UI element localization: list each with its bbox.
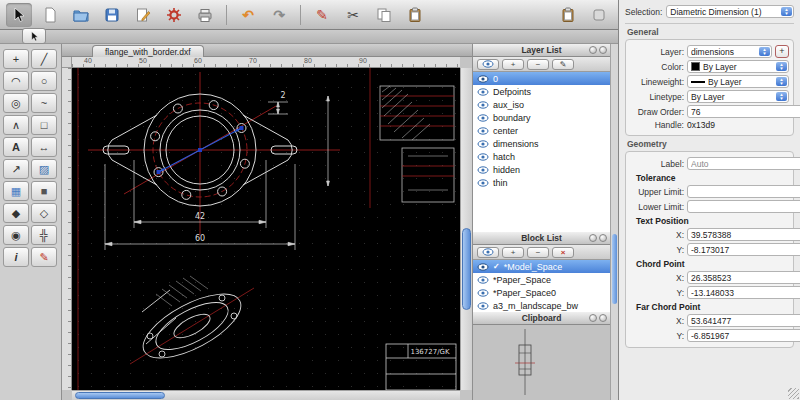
current-pointer-tool-button[interactable] [22, 28, 46, 44]
toggle-block-visibility-button[interactable] [477, 247, 499, 258]
layer-row[interactable]: dimensions [473, 137, 610, 150]
dimension-tool-button[interactable]: ↔ [31, 137, 57, 157]
block-tool-button[interactable]: ◆ [3, 203, 29, 223]
solid-fill-tool-button[interactable]: ■ [31, 181, 57, 201]
eye-icon[interactable] [477, 302, 489, 310]
text-position-x-field[interactable] [687, 228, 800, 241]
eye-icon[interactable] [477, 289, 489, 297]
color-dropdown[interactable]: By Layer ▲▼ [687, 60, 789, 73]
clipboard-tool-button[interactable] [555, 3, 581, 27]
panel-detach-button[interactable] [589, 46, 597, 54]
lineweight-dropdown[interactable]: By Layer ▲▼ [687, 75, 789, 88]
layer-row[interactable]: 0 [473, 72, 610, 85]
modify-tool-button[interactable]: ✎ [31, 247, 57, 267]
far-chord-point-y-field[interactable] [687, 329, 800, 342]
delete-block-button[interactable]: × [552, 247, 574, 258]
text-tool-button[interactable]: A [3, 137, 29, 157]
print-button[interactable] [192, 3, 218, 27]
draw-pen-button[interactable]: ✎ [309, 3, 335, 27]
panels-scrollbar[interactable] [610, 44, 618, 400]
panel-close-button[interactable] [599, 314, 607, 322]
image-tool-button[interactable]: ▦ [3, 181, 29, 201]
layer-row[interactable]: Defpoints [473, 85, 610, 98]
panel-detach-button[interactable] [589, 314, 597, 322]
redo-button[interactable]: ↷ [266, 3, 292, 27]
layer-row[interactable]: hatch [473, 150, 610, 163]
eye-icon[interactable] [477, 114, 489, 122]
line-tool-button[interactable]: ╱ [31, 49, 57, 69]
block-row[interactable]: ✓ *Model_Space [473, 260, 610, 273]
far-chord-point-x-field[interactable] [687, 314, 800, 327]
circle-tool-button[interactable]: ○ [31, 71, 57, 91]
layer-row[interactable]: aux_iso [473, 98, 610, 111]
edit-drawing-preferences-button[interactable] [130, 3, 156, 27]
undo-button[interactable]: ↶ [235, 3, 261, 27]
block-row[interactable]: *Paper_Space [473, 273, 610, 286]
remove-block-button[interactable]: − [527, 247, 549, 258]
block-row[interactable]: *Paper_Space0 [473, 286, 610, 299]
canvas-vertical-scrollbar[interactable] [460, 68, 472, 390]
copy-button[interactable] [371, 3, 397, 27]
eye-icon[interactable] [477, 153, 489, 161]
paste-button[interactable] [402, 3, 428, 27]
hatch-tool-button[interactable]: ▨ [31, 159, 57, 179]
text-position-y-field[interactable] [687, 243, 800, 256]
lower-limit-field[interactable] [687, 200, 800, 213]
layer-row[interactable]: center [473, 124, 610, 137]
label-field[interactable] [687, 157, 800, 170]
save-file-button[interactable] [99, 3, 125, 27]
upper-limit-field[interactable] [687, 185, 800, 198]
document-tab[interactable]: flange_with_border.dxf [92, 45, 204, 57]
info-tool-button[interactable]: i [3, 247, 29, 267]
block-row[interactable]: a3_m_landscape_bw [473, 299, 610, 312]
horizontal-scroll-thumb[interactable] [75, 392, 165, 399]
layer-dropdown[interactable]: dimensions ▲▼ [687, 45, 772, 58]
eye-icon[interactable] [477, 75, 489, 83]
panels-scroll-thumb[interactable] [612, 234, 617, 304]
application-preferences-button[interactable] [161, 3, 187, 27]
linetype-dropdown[interactable]: By Layer ▲▼ [687, 90, 789, 103]
leader-tool-button[interactable]: ↗ [3, 159, 29, 179]
pointer-tool-button[interactable] [6, 3, 32, 27]
add-layer-quick-button[interactable]: + [775, 45, 789, 58]
eye-icon[interactable] [477, 179, 489, 187]
box-3d-tool-button[interactable]: ◇ [31, 203, 57, 223]
spline-tool-button[interactable]: ~ [31, 93, 57, 113]
eye-icon[interactable] [477, 140, 489, 148]
chord-point-x-field[interactable] [687, 271, 800, 284]
eye-icon[interactable] [477, 263, 489, 271]
pan-tool-button[interactable]: ╬ [31, 225, 57, 245]
drawing-canvas[interactable]: 42 60 2 [72, 68, 460, 390]
eye-icon[interactable] [477, 276, 489, 284]
remove-layer-button[interactable]: − [527, 59, 549, 70]
overflow-tool-button[interactable] [586, 3, 612, 27]
panel-close-button[interactable] [599, 46, 607, 54]
zoom-tool-button[interactable]: ◉ [3, 225, 29, 245]
layer-row[interactable]: boundary [473, 111, 610, 124]
panel-close-button[interactable] [599, 234, 607, 242]
selection-dropdown[interactable]: Diametric Dimension (1) ▲▼ [666, 5, 794, 18]
rectangle-tool-button[interactable]: □ [31, 115, 57, 135]
toggle-layer-visibility-button[interactable] [477, 59, 499, 70]
edit-layer-button[interactable]: ✎ [552, 59, 574, 70]
vertical-scroll-thumb[interactable] [462, 228, 471, 310]
draw-order-field[interactable] [687, 105, 800, 118]
cut-button[interactable]: ✂ [340, 3, 366, 27]
polyline-tool-button[interactable]: ∧ [3, 115, 29, 135]
new-document-button[interactable] [37, 3, 63, 27]
arc-tool-button[interactable]: ◠ [3, 71, 29, 91]
point-tool-button[interactable]: + [3, 49, 29, 69]
layer-row[interactable]: thin [473, 176, 610, 189]
eye-icon[interactable] [477, 88, 489, 96]
resize-grip[interactable] [788, 388, 799, 399]
add-block-button[interactable]: + [502, 247, 524, 258]
ellipse-tool-button[interactable]: ◎ [3, 93, 29, 113]
eye-icon[interactable] [477, 166, 489, 174]
eye-icon[interactable] [477, 127, 489, 135]
canvas-horizontal-scrollbar[interactable] [72, 390, 460, 400]
add-layer-button[interactable]: + [502, 59, 524, 70]
chord-point-y-field[interactable] [687, 286, 800, 299]
layer-row[interactable]: hidden [473, 163, 610, 176]
eye-icon[interactable] [477, 101, 489, 109]
open-file-button[interactable] [68, 3, 94, 27]
